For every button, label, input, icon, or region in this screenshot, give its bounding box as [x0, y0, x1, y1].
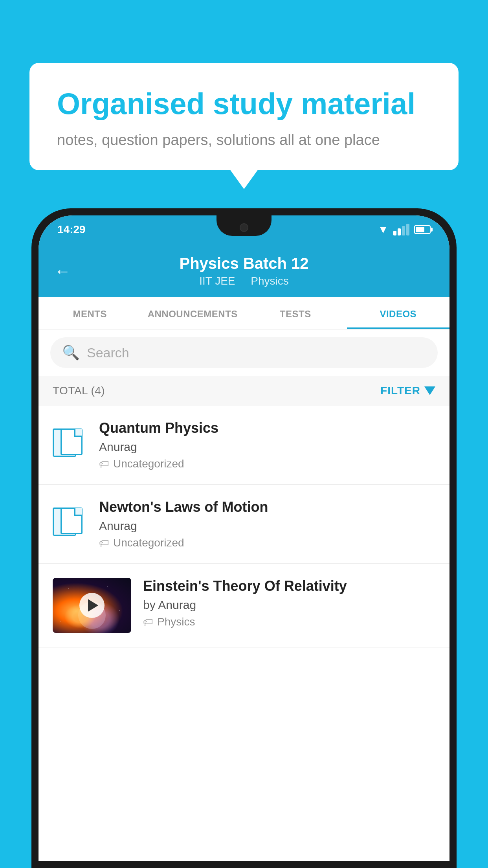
- header-subtitle-part2: Physics: [251, 275, 288, 287]
- filter-button[interactable]: FILTER: [380, 384, 435, 397]
- folder-icon: [53, 501, 87, 536]
- search-input-wrap[interactable]: 🔍 Search: [50, 337, 438, 368]
- play-button[interactable]: [79, 593, 105, 618]
- item-title: Newton's Laws of Motion: [99, 499, 435, 515]
- tag-label: Uncategorized: [113, 537, 184, 549]
- tag-label: Uncategorized: [113, 458, 184, 470]
- app-header: ← Physics Batch 12 IIT JEE Physics: [39, 244, 449, 297]
- list-item[interactable]: Newton's Laws of Motion Anurag 🏷 Uncateg…: [39, 485, 449, 564]
- bubble-subtitle: notes, question papers, solutions all at…: [57, 132, 431, 149]
- search-placeholder: Search: [87, 345, 129, 360]
- item-author: Anurag: [99, 519, 435, 533]
- doc-front: [61, 428, 83, 455]
- status-bar: 14:29 ▼: [39, 215, 449, 244]
- item-info: Einstein's Theory Of Relativity by Anura…: [143, 578, 435, 628]
- item-tag: 🏷 Physics: [143, 616, 435, 628]
- item-title: Quantum Physics: [99, 420, 435, 436]
- item-author: by Anurag: [143, 598, 435, 612]
- tag-icon: 🏷: [99, 537, 109, 549]
- filter-label: FILTER: [380, 384, 420, 397]
- item-icon: [53, 422, 87, 457]
- video-thumbnail: [53, 578, 131, 633]
- phone-notch: [216, 215, 272, 236]
- play-icon: [88, 599, 98, 612]
- video-list: Quantum Physics Anurag 🏷 Uncategorized: [39, 406, 449, 861]
- item-tag: 🏷 Uncategorized: [99, 537, 435, 549]
- wifi-icon: ▼: [378, 223, 389, 236]
- tag-label: Physics: [157, 616, 195, 628]
- phone-device: 14:29 ▼ ← Physics Ba: [31, 208, 457, 868]
- folder-icon: [53, 422, 87, 457]
- status-time: 14:29: [57, 223, 86, 236]
- tab-announcements[interactable]: ANNOUNCEMENTS: [141, 297, 244, 329]
- bubble-title: Organised study material: [57, 86, 431, 121]
- item-icon: [53, 501, 87, 536]
- search-container: 🔍 Search: [39, 329, 449, 376]
- item-info: Newton's Laws of Motion Anurag 🏷 Uncateg…: [99, 499, 435, 549]
- header-subtitle-part1: IIT JEE: [199, 275, 235, 287]
- filter-bar: TOTAL (4) FILTER: [39, 376, 449, 406]
- search-icon: 🔍: [62, 344, 80, 361]
- item-info: Quantum Physics Anurag 🏷 Uncategorized: [99, 420, 435, 470]
- header-subtitle: IIT JEE Physics: [83, 275, 405, 287]
- phone-screen: 14:29 ▼ ← Physics Ba: [39, 215, 449, 861]
- list-item[interactable]: Einstein's Theory Of Relativity by Anura…: [39, 564, 449, 647]
- battery-icon: [414, 225, 431, 234]
- back-button[interactable]: ←: [54, 263, 71, 280]
- tag-icon: 🏷: [143, 616, 153, 628]
- item-title: Einstein's Theory Of Relativity: [143, 578, 435, 594]
- tab-ments[interactable]: MENTS: [39, 297, 141, 329]
- filter-icon: [424, 386, 435, 395]
- status-icons: ▼: [378, 223, 431, 236]
- tab-videos[interactable]: VIDEOS: [347, 297, 450, 329]
- header-title-group: Physics Batch 12 IIT JEE Physics: [83, 255, 405, 287]
- item-tag: 🏷 Uncategorized: [99, 458, 435, 470]
- list-item[interactable]: Quantum Physics Anurag 🏷 Uncategorized: [39, 406, 449, 485]
- tag-icon: 🏷: [99, 458, 109, 470]
- speech-bubble: Organised study material notes, question…: [29, 63, 459, 170]
- phone-inner: 14:29 ▼ ← Physics Ba: [39, 215, 449, 861]
- total-count: TOTAL (4): [53, 384, 105, 397]
- page-title: Physics Batch 12: [83, 255, 405, 272]
- item-author: Anurag: [99, 440, 435, 454]
- camera-notch: [240, 223, 248, 232]
- tab-bar: MENTS ANNOUNCEMENTS TESTS VIDEOS: [39, 297, 449, 329]
- tab-tests[interactable]: TESTS: [244, 297, 347, 329]
- signal-icon: [393, 224, 409, 235]
- doc-front: [61, 508, 83, 534]
